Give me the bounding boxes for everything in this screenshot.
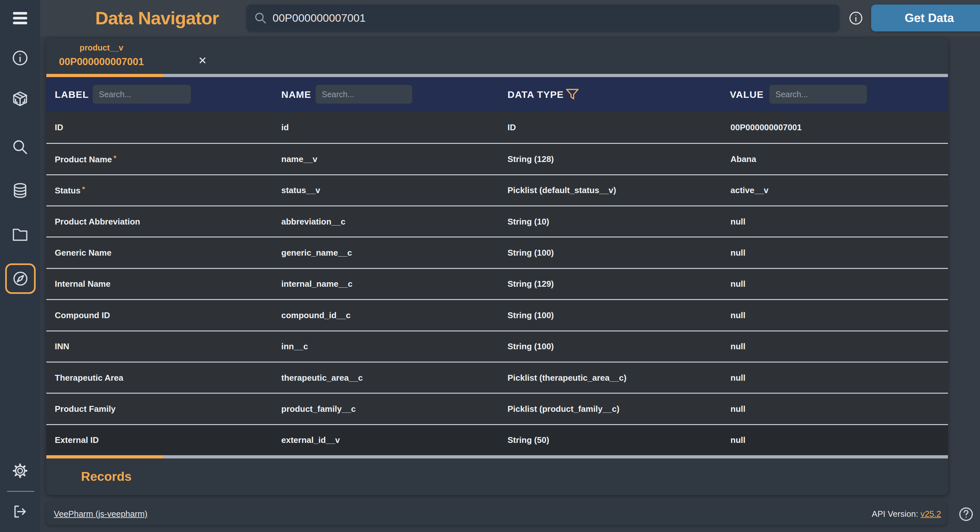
get-data-button[interactable]: Get Data (871, 5, 980, 32)
close-icon[interactable]: ✕ (197, 55, 208, 67)
menu-icon (12, 11, 28, 25)
field-data-type: Picklist (therapeutic_area__c) (508, 373, 627, 383)
field-name: therapeutic_area__c (281, 373, 363, 383)
logout-button[interactable] (0, 503, 40, 520)
info-icon[interactable] (849, 11, 863, 25)
horizontal-scrollbar-top[interactable] (46, 74, 948, 77)
table-row[interactable]: Generic Name generic_name__c String (100… (46, 237, 948, 268)
table-row[interactable]: Internal Name internal_name__c String (1… (46, 268, 948, 299)
field-name: external_id__v (281, 435, 340, 445)
footer-bar: VeePharm (js-veepharm) API Version: v25.… (46, 502, 947, 525)
field-value: active__v (730, 185, 768, 195)
table-row[interactable]: INN inn__c String (100) null (46, 330, 948, 362)
tab-object-type: product__v (46, 43, 156, 52)
field-label: Product Abbreviation (55, 216, 140, 227)
table-row[interactable]: ID id ID 00P000000007001 (46, 112, 948, 143)
column-header-value: VALUE (730, 89, 764, 100)
field-data-type: String (100) (508, 341, 554, 351)
menu-button[interactable] (0, 11, 40, 25)
table-row[interactable]: Status* status__v Picklist (default_stat… (46, 174, 948, 205)
field-label: Compound ID (55, 310, 110, 320)
logout-icon (12, 503, 28, 520)
required-marker: * (82, 185, 85, 193)
field-data-type: String (100) (508, 248, 554, 258)
app-title: Data Navigator (95, 0, 219, 36)
top-bar: Data Navigator Get Data (40, 0, 980, 36)
field-data-type: Picklist (product_family__c) (508, 404, 619, 414)
field-data-type: Picklist (default_status__v) (508, 185, 616, 195)
sidebar-item-objects[interactable] (0, 91, 40, 108)
field-label: Status* (55, 185, 85, 196)
field-label: ID (55, 122, 63, 132)
field-value: null (730, 373, 745, 383)
help-icon[interactable] (959, 507, 974, 522)
scrollbar-thumb[interactable] (46, 74, 163, 77)
field-data-type: String (10) (508, 216, 549, 227)
field-data-type: String (128) (508, 154, 554, 164)
table-row[interactable]: External ID external_id__v String (50) n… (46, 424, 948, 455)
scrollbar-thumb[interactable] (46, 455, 163, 459)
records-section: Records (46, 459, 948, 495)
tab-record-id: 00P000000007001 (46, 56, 156, 68)
table-row[interactable]: Therapeutic Area therapeutic_area__c Pic… (46, 362, 948, 393)
sidebar-item-navigator-active[interactable] (5, 264, 36, 294)
field-label: Generic Name (55, 248, 111, 258)
main-search-bar[interactable] (247, 5, 839, 32)
field-label: Internal Name (55, 279, 110, 289)
field-label: Product Name* (55, 154, 116, 165)
field-data-type: String (100) (508, 310, 554, 320)
field-name: inn__c (281, 341, 308, 351)
field-value: null (730, 310, 745, 320)
horizontal-scrollbar-bottom[interactable] (46, 455, 948, 459)
field-name: abbreviation__c (281, 216, 345, 227)
field-label: INN (55, 341, 69, 351)
sidebar-item-search[interactable] (0, 139, 40, 156)
column-header-label: LABEL (55, 89, 89, 100)
main-search-input[interactable] (272, 11, 824, 25)
field-name: product_family__c (281, 404, 356, 414)
data-navigator-app: { "app": { "title": "Data Navigator" }, … (0, 0, 980, 532)
field-value: null (730, 404, 745, 414)
table-row[interactable]: Product Family product_family__c Picklis… (46, 393, 948, 424)
table-row[interactable]: Product Name* name__v String (128) Abana (46, 143, 948, 174)
info-icon (12, 50, 28, 66)
package-cube-icon (12, 91, 29, 108)
sidebar-item-info[interactable] (0, 50, 40, 66)
field-value: null (730, 248, 745, 258)
field-data-type: String (50) (508, 435, 549, 445)
record-detail-card: product__v 00P000000007001 ✕ LABEL NAME … (46, 38, 948, 495)
api-version-link[interactable]: v25.2 (920, 509, 941, 518)
table-body: ID id ID 00P000000007001 Product Name* n… (46, 112, 948, 455)
filter-funnel-icon[interactable] (565, 87, 580, 102)
label-search-input[interactable] (92, 84, 191, 104)
sidebar-item-database[interactable] (0, 182, 40, 199)
api-version-label: API Version: (872, 509, 918, 518)
tab-bar: product__v 00P000000007001 ✕ (46, 38, 948, 74)
search-icon (254, 11, 267, 25)
records-section-title[interactable]: Records (81, 470, 132, 484)
field-name: status__v (281, 185, 320, 195)
field-name: internal_name__c (281, 279, 353, 289)
tab-product-record[interactable]: product__v 00P000000007001 (46, 38, 163, 74)
name-search-input[interactable] (315, 84, 412, 104)
field-value: null (730, 435, 745, 445)
table-row[interactable]: Compound ID compound_id__c String (100) … (46, 299, 948, 330)
sidebar-item-files[interactable] (0, 226, 40, 243)
column-header-data-type: DATA TYPE (508, 89, 563, 100)
sidebar-divider (7, 491, 34, 492)
required-marker: * (113, 154, 116, 162)
table-row[interactable]: Product Abbreviation abbreviation__c Str… (46, 205, 948, 237)
field-name: id (281, 122, 289, 132)
field-name: compound_id__c (281, 310, 351, 320)
vault-link[interactable]: VeePharm (js-veepharm) (54, 509, 148, 519)
field-value: null (730, 216, 745, 227)
compass-icon (12, 270, 29, 287)
folder-icon (12, 226, 29, 243)
value-search-input[interactable] (769, 84, 867, 104)
field-name: generic_name__c (281, 248, 352, 258)
field-data-type: String (129) (508, 279, 554, 289)
field-name: name__v (281, 154, 317, 164)
field-value: Abana (730, 154, 756, 164)
field-data-type: ID (508, 122, 516, 132)
sidebar-item-settings[interactable] (0, 463, 40, 479)
